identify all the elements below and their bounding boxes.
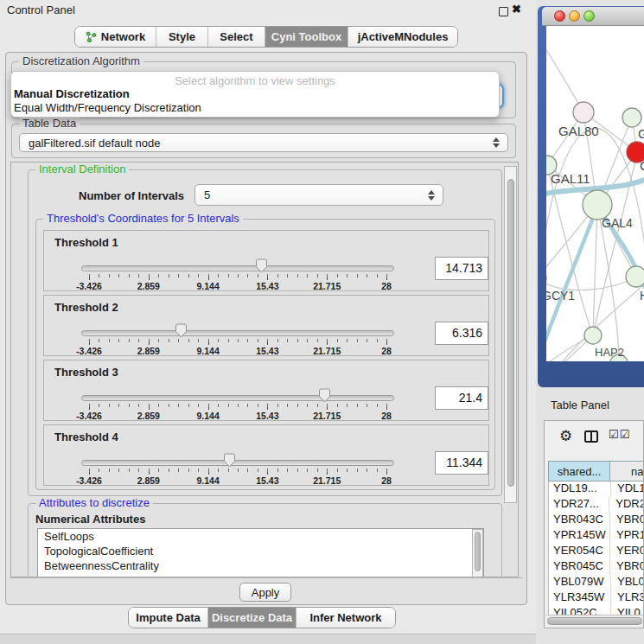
table-row[interactable]: YDR27...YDR2 (549, 497, 644, 513)
network-node-gal80[interactable] (573, 102, 594, 123)
tick-label: 21.715 (313, 346, 341, 356)
popup-item-manual-discretization[interactable]: Manual Discretization (14, 87, 130, 100)
tab-infer-label: Infer Network (309, 609, 381, 628)
cell-shared-name[interactable]: YBR045C (549, 559, 610, 575)
table-rows: YDL19...YDL1 YDR27...YDR2 YBR043CYBR0 YP… (548, 481, 644, 615)
tick-label: 15.43 (256, 411, 278, 421)
gear-icon[interactable]: ⚙ (559, 427, 572, 445)
scrollbar-thumb[interactable] (507, 179, 514, 487)
scrollbar-thumb[interactable] (475, 532, 481, 571)
cell-shared-name[interactable]: YIL052C (549, 606, 611, 615)
cell-shared-name[interactable]: YPR145W (549, 528, 610, 544)
threshold-4-slider[interactable]: -3.426 2.859 9.144 15.43 21.715 28 (81, 453, 394, 486)
network-window-titlebar (542, 7, 644, 26)
cell-shared-name[interactable]: YBL079W (549, 575, 611, 590)
cell-shared-name[interactable]: YDL19... (549, 481, 611, 497)
list-item[interactable]: SelfLoops (38, 529, 483, 544)
tick-label: -3.426 (76, 346, 102, 356)
threshold-1-slider[interactable]: -3.426 2.859 9.144 15.43 21.715 28 (81, 258, 394, 291)
tab-infer-network[interactable]: Infer Network (296, 608, 395, 628)
slider-thumb[interactable] (318, 388, 331, 403)
cell-shared-name[interactable]: YDR27... (549, 497, 609, 513)
tab-network[interactable]: Network (75, 27, 156, 47)
table-row[interactable]: YIL052CYIL0 (549, 606, 644, 615)
network-canvas[interactable]: GAL80 G C GAL11 GAL4 GCY1 H HAP2 (546, 26, 644, 361)
tab-select-label: Select (220, 28, 252, 47)
select-columns-icon[interactable]: ☑☑ (609, 428, 630, 441)
table-horizontal-scrollbar[interactable] (546, 615, 643, 626)
cell-name[interactable]: YBR0 (610, 513, 644, 528)
table-data-combo[interactable]: galFiltered.sif default node (19, 133, 508, 152)
window-bottom-edge (0, 634, 536, 644)
tab-style[interactable]: Style (156, 27, 208, 47)
slider-thumb[interactable] (175, 323, 188, 338)
threshold-2-value-field[interactable]: 6.316 (435, 322, 488, 345)
settings-scrollbar[interactable] (504, 166, 517, 503)
cell-name[interactable]: YBR0 (610, 559, 644, 575)
attributes-group: Attributes to discretize Numerical Attri… (28, 503, 502, 577)
control-panel-titlebar: Control Panel ✖ (0, 0, 536, 21)
tick-label: 28 (381, 346, 392, 356)
cell-name[interactable]: YPR1 (610, 528, 644, 544)
tab-impute-data[interactable]: Impute Data (129, 608, 208, 628)
algorithm-popup: Select algorithm to view settings Manual… (10, 71, 500, 118)
threshold-2-slider[interactable]: -3.426 2.859 9.144 15.43 21.715 28 (81, 323, 394, 356)
float-window-icon[interactable] (499, 7, 508, 16)
list-item[interactable]: BetweennessCentrality (38, 558, 483, 573)
cell-shared-name[interactable]: YLR345W (549, 590, 611, 606)
cell-name[interactable]: YDR2 (609, 497, 644, 513)
tab-discretize-data[interactable]: Discretize Data (208, 608, 296, 628)
table-row[interactable]: YBR043CYBR0 (549, 513, 644, 528)
zoom-traffic-light-icon[interactable] (583, 10, 595, 22)
scrollbar-thumb[interactable] (547, 617, 642, 625)
popup-item-equal-width-frequency[interactable]: Equal Width/Frequency Discretization (14, 101, 201, 114)
table-panel-title: Table Panel (551, 399, 609, 411)
column-header-shared-name[interactable]: shared... (548, 461, 610, 481)
threshold-4-label: Threshold 4 (54, 430, 118, 443)
network-node-gal4[interactable] (583, 190, 612, 220)
table-row[interactable]: YBL079WYBL0 (549, 575, 644, 590)
threshold-3-value-field[interactable]: 21.4 (435, 386, 488, 410)
cell-shared-name[interactable]: YBR043C (549, 513, 610, 528)
tab-select[interactable]: Select (208, 27, 265, 47)
split-pane-icon[interactable] (584, 430, 598, 443)
cell-name[interactable]: YER0 (610, 544, 644, 559)
network-graph: GAL80 G C GAL11 GAL4 GCY1 H HAP2 (546, 26, 644, 361)
table-row[interactable]: YPR145WYPR1 (549, 528, 644, 544)
cell-name[interactable]: YBL0 (611, 575, 644, 590)
table-row[interactable]: YER054CYER0 (549, 544, 644, 559)
close-icon[interactable]: ✖ (512, 3, 521, 16)
interval-definition-title: Interval Definition (35, 163, 129, 175)
tab-cyni-label: Cyni Toolbox (271, 28, 341, 47)
column-header-name[interactable]: na (610, 461, 644, 481)
table-panel: ⚙ ☑☑ shared... na YDL19...YDL1 YDR27...Y… (544, 420, 644, 628)
attributes-list-scrollbar[interactable] (472, 529, 483, 577)
slider-thumb[interactable] (223, 453, 236, 468)
list-item[interactable]: TopologicalCoefficient (38, 544, 483, 558)
attributes-list[interactable]: SelfLoops TopologicalCoefficient Between… (37, 528, 484, 577)
threshold-1-value-field[interactable]: 14.713 (435, 257, 488, 280)
apply-button[interactable]: Apply (239, 583, 291, 602)
close-traffic-light-icon[interactable] (554, 10, 565, 22)
cell-name[interactable]: YLR3 (611, 590, 644, 606)
network-node[interactable] (622, 108, 641, 127)
slider-minor-ticks (89, 404, 388, 407)
network-node-hap2[interactable] (584, 327, 602, 344)
table-row[interactable]: YDL19...YDL1 (549, 481, 644, 497)
table-row[interactable]: YLR345WYLR3 (549, 590, 644, 606)
slider-thumb[interactable] (255, 258, 268, 273)
threshold-4-value-field[interactable]: 11.344 (435, 451, 488, 475)
tab-jactivemnodules[interactable]: jActiveMNodules (348, 27, 457, 47)
num-intervals-combo[interactable]: 5 (194, 184, 443, 206)
tick-label: 2.859 (137, 475, 160, 486)
network-node[interactable] (626, 266, 644, 287)
threshold-3-slider[interactable]: -3.426 2.859 9.144 15.43 21.715 28 (81, 388, 394, 421)
cell-shared-name[interactable]: YER054C (549, 544, 610, 559)
tab-style-label: Style (169, 28, 195, 47)
minimize-traffic-light-icon[interactable] (569, 10, 580, 22)
tick-label: 28 (381, 475, 392, 486)
cell-name[interactable]: YIL0 (611, 606, 641, 615)
table-row[interactable]: YBR045CYBR0 (549, 559, 644, 575)
tab-cyni-toolbox[interactable]: Cyni Toolbox (265, 27, 348, 47)
cell-name[interactable]: YDL1 (611, 481, 644, 497)
